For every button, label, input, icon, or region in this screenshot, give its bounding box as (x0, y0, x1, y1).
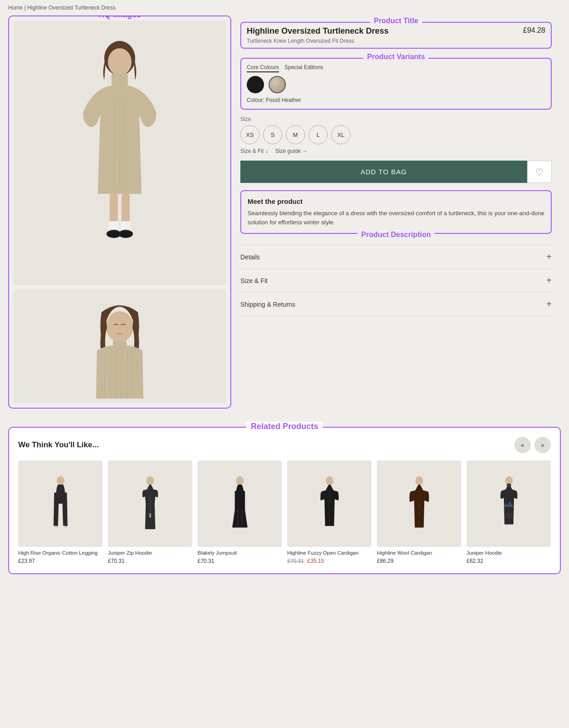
product-card-img-5 (377, 460, 461, 547)
colour-tabs: Core Colours Special Editions (247, 64, 545, 72)
breadcrumb-current: Highline Oversized Turtleneck Dress (27, 5, 116, 11)
card-name-6: Juniper Hoodie (467, 550, 551, 556)
breadcrumb: Home | Highline Oversized Turtleneck Dre… (0, 0, 569, 15)
accordion-size-fit-label: Size & Fit (240, 277, 268, 284)
product-card-img-2 (108, 460, 192, 547)
swatch-fossil[interactable] (269, 76, 286, 93)
card-price-6: £62.32 (467, 558, 551, 564)
product-card-1[interactable]: High Rise Organic Cotton Legging £23.97 (18, 460, 102, 564)
colour-swatches (247, 76, 545, 93)
size-s[interactable]: S (263, 125, 282, 144)
size-xl[interactable]: XL (331, 125, 351, 144)
svg-point-29 (415, 476, 423, 485)
svg-point-1 (108, 48, 132, 76)
product-title-label: Product Title (370, 17, 422, 25)
svg-point-27 (325, 476, 333, 485)
card-price-2: £70.31 (108, 558, 192, 564)
product-card-img-4 (287, 460, 371, 547)
accordion-details-label: Details (240, 253, 260, 261)
dress-svg (65, 30, 174, 276)
product-details: Product Title Highline Oversized Turtlen… (231, 15, 561, 409)
related-section: Related Products We Think You'll Like...… (8, 427, 561, 574)
main-content: HQ Images (0, 15, 569, 418)
related-title: We Think You'll Like... (18, 440, 99, 450)
meet-title: Meet the product (248, 197, 544, 205)
size-guide-link[interactable]: Size guide → (275, 148, 308, 154)
card-name-price-4: Highline Fuzzy Open Cardigan £70.31 £35.… (287, 550, 371, 564)
card-price-1: £23.97 (18, 558, 102, 564)
svg-rect-32 (505, 513, 513, 518)
card-name-price-2: Juniper Zip Hoodie £70.31 (108, 550, 192, 564)
accordion-size-fit-plus: + (546, 275, 552, 286)
product-image-secondary (14, 289, 226, 403)
svg-point-11 (118, 230, 133, 238)
tab-special-editions[interactable]: Special Editions (284, 64, 323, 72)
product-card-4[interactable]: Highline Fuzzy Open Cardigan £70.31 £35.… (287, 460, 371, 564)
size-label: Size (240, 116, 552, 122)
product-title-row: Highline Oversized Turtleneck Dress £94.… (247, 26, 545, 36)
bust-svg (65, 294, 174, 399)
svg-line-26 (241, 485, 241, 490)
product-price: £94.28 (523, 26, 545, 35)
tab-core-colours[interactable]: Core Colours (247, 64, 279, 72)
svg-rect-23 (149, 513, 151, 518)
product-title-wrapper: Product Title Highline Oversized Turtlen… (240, 22, 552, 49)
add-to-bag-row: ADD TO BAG ♡ (240, 161, 552, 183)
product-card-5[interactable]: Highline Wool Cardigan £86.29 (377, 460, 461, 564)
card-name-price-5: Highline Wool Cardigan £86.29 (377, 550, 461, 564)
variants-section: Product Variants Core Colours Special Ed… (240, 58, 552, 110)
accordion: Details + Size & Fit + Shipping & Return… (240, 245, 552, 316)
accordion-details-plus: + (546, 252, 552, 262)
svg-rect-8 (109, 221, 119, 231)
svg-rect-2 (112, 74, 128, 86)
product-card-img-1 (18, 460, 102, 547)
related-header: We Think You'll Like... « » (18, 437, 551, 453)
description-label: Product Description (358, 231, 435, 239)
card-name-1: High Rise Organic Cotton Legging (18, 550, 102, 556)
add-to-bag-button[interactable]: ADD TO BAG (240, 161, 527, 183)
related-label: Related Products (246, 422, 323, 431)
size-l[interactable]: L (309, 125, 328, 144)
card-price-sale-4: £35.15 (307, 558, 324, 564)
card-price-original-4: £70.31 (287, 558, 304, 564)
accordion-size-fit[interactable]: Size & Fit + (240, 268, 552, 292)
breadcrumb-separator: | (24, 5, 25, 11)
card-price-5: £86.29 (377, 558, 461, 564)
variants-label: Product Variants (363, 53, 428, 61)
product-card-img-3 (198, 460, 282, 547)
colour-name: Colour: Fossil Heather (247, 97, 545, 103)
gallery-label: HQ Images (94, 15, 146, 20)
svg-rect-9 (121, 221, 131, 231)
breadcrumb-home[interactable]: Home (8, 5, 23, 11)
product-card-3[interactable]: Blakely Jumpsuit £70.31 (198, 460, 282, 564)
card-name-4: Highline Fuzzy Open Cardigan (287, 550, 371, 556)
card-price-4: £70.31 £35.15 (287, 558, 371, 564)
accordion-shipping[interactable]: Shipping & Returns + (240, 292, 552, 316)
svg-line-25 (238, 485, 238, 490)
svg-point-24 (236, 476, 244, 485)
product-card-2[interactable]: Juniper Zip Hoodie £70.31 (108, 460, 192, 564)
size-xs[interactable]: XS (240, 125, 259, 144)
accordion-shipping-plus: + (546, 299, 552, 309)
wishlist-button[interactable]: ♡ (527, 161, 552, 183)
product-name: Highline Oversized Turtleneck Dress (247, 26, 389, 36)
product-card-6[interactable]: Juniper Hoodie £62.32 (467, 460, 551, 564)
card-name-price-6: Juniper Hoodie £62.32 (467, 550, 551, 564)
swatch-black[interactable] (247, 76, 264, 93)
product-card-img-6 (467, 460, 551, 547)
carousel-next[interactable]: » (534, 437, 551, 453)
size-section: Size XS S M L XL Size & Fit ↓ Size guide… (240, 116, 552, 154)
card-name-price-1: High Rise Organic Cotton Legging £23.97 (18, 550, 102, 564)
carousel-prev[interactable]: « (514, 437, 531, 453)
svg-point-20 (56, 476, 64, 485)
accordion-details[interactable]: Details + (240, 245, 552, 268)
description-section: Meet the product Seamlessly blending the… (240, 190, 552, 234)
size-fit-link[interactable]: Size & Fit ↓ (240, 148, 268, 154)
card-name-price-3: Blakely Jumpsuit £70.31 (198, 550, 282, 564)
size-m[interactable]: M (286, 125, 305, 144)
card-name-5: Highline Wool Cardigan (377, 550, 461, 556)
image-gallery: HQ Images (8, 15, 231, 409)
card-price-3: £70.31 (198, 558, 282, 564)
card-name-3: Blakely Jumpsuit (198, 550, 282, 556)
card-name-2: Juniper Zip Hoodie (108, 550, 192, 556)
